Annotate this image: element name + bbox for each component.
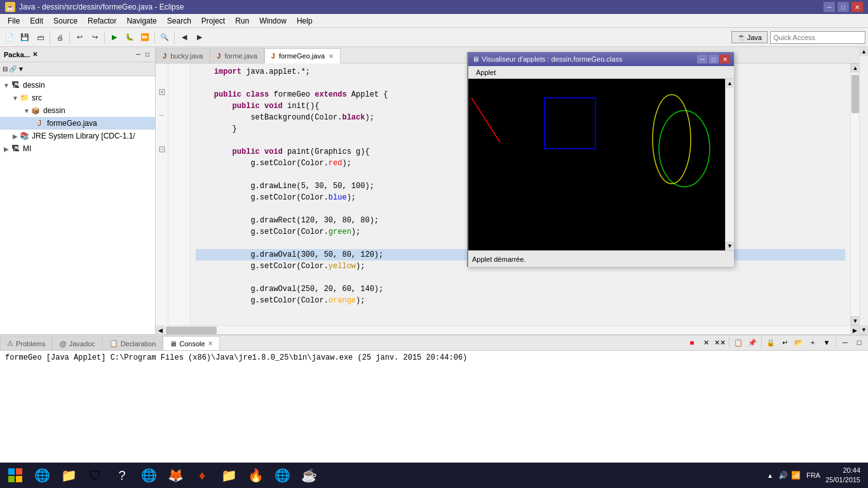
terminate-button[interactable]: ■: [686, 336, 698, 349]
taskbar-firefox[interactable]: 🦊: [163, 464, 188, 487]
tab-javadoc[interactable]: @ Javadoc: [52, 336, 102, 350]
minimize-button[interactable]: ─: [824, 2, 835, 12]
menu-run[interactable]: Run: [230, 15, 254, 27]
quick-access-input[interactable]: [770, 31, 865, 44]
applet-status-bar: Applet démarrée.: [468, 250, 734, 267]
back-button[interactable]: ◀: [177, 30, 191, 44]
tree-item-jre[interactable]: ▶ 📚 JRE System Library [CDC-1.1/: [0, 130, 155, 142]
menu-source[interactable]: Source: [48, 15, 83, 27]
paste-button[interactable]: 📌: [746, 336, 759, 349]
overview-scrollbar[interactable]: ▲ ▼: [859, 47, 868, 334]
display-selected-button[interactable]: ▼: [820, 336, 833, 349]
editor-vscrollbar[interactable]: ▲ ▼: [850, 64, 859, 325]
h-scroll-thumb[interactable]: [166, 327, 217, 334]
tree-item-mi[interactable]: ▶ 🏗 MI: [0, 142, 155, 155]
scroll-up-button[interactable]: ▲: [851, 64, 859, 72]
tab-console-close[interactable]: ✕: [208, 340, 213, 347]
sidebar-link-editor[interactable]: 🔗: [9, 65, 17, 72]
undo-button[interactable]: ↩: [72, 30, 86, 44]
shape-blue-rect: [545, 98, 595, 149]
overview-up[interactable]: ▲: [860, 47, 868, 56]
taskbar-expand[interactable]: ▲: [767, 472, 773, 479]
console-line-1: formeGeo [Java Applet] C:\Program Files …: [5, 353, 863, 362]
run-last-button[interactable]: ⏩: [138, 30, 152, 44]
forward-button[interactable]: ▶: [193, 30, 207, 44]
console-minimize[interactable]: ─: [839, 336, 851, 349]
applet-minimize[interactable]: ─: [697, 55, 707, 64]
maximize-button[interactable]: □: [837, 2, 849, 12]
save-button[interactable]: 💾: [18, 30, 32, 44]
tab-problems[interactable]: ⚠ Problems: [0, 336, 52, 350]
taskbar-diamond[interactable]: ♦: [189, 464, 215, 487]
tab-console[interactable]: 🖥 Console ✕: [163, 336, 219, 350]
scroll-down-button[interactable]: ▼: [851, 316, 859, 325]
taskbar-java[interactable]: ☕: [296, 464, 322, 487]
sidebar-header: Packa... ✕ ─ □: [0, 47, 155, 62]
taskbar-shield[interactable]: 🛡: [83, 464, 108, 487]
tree-item-dessin-pkg[interactable]: ▼ 📦 dessin: [0, 104, 155, 117]
editor-hscrollbar[interactable]: ◀ ▶: [156, 325, 859, 334]
open-console-button[interactable]: 📂: [792, 336, 805, 349]
menu-search[interactable]: Search: [162, 15, 196, 27]
taskbar-globe[interactable]: 🌐: [136, 464, 161, 487]
tree-item-dessin[interactable]: ▼ 🏗 dessin: [0, 79, 155, 92]
run-button[interactable]: ▶: [107, 30, 121, 44]
search-button[interactable]: 🔍: [158, 30, 172, 44]
menu-file[interactable]: File: [3, 15, 25, 27]
copy-button[interactable]: 📋: [732, 336, 745, 349]
tree-item-formegeo[interactable]: J formeGeo.java: [0, 117, 155, 130]
applet-close[interactable]: ✕: [720, 55, 730, 64]
sidebar-collapse-all[interactable]: ⊟: [3, 65, 8, 72]
console-maximize[interactable]: □: [853, 336, 865, 349]
menu-help[interactable]: Help: [292, 15, 318, 27]
tab-declaration[interactable]: 📋 Declaration: [102, 336, 163, 350]
remove-launch-button[interactable]: ✕: [700, 336, 712, 349]
header-close-icon[interactable]: ✕: [32, 51, 37, 58]
print-button[interactable]: 🖨: [53, 30, 67, 44]
overview-down[interactable]: ▼: [860, 325, 868, 334]
taskbar-ie[interactable]: 🌐: [29, 464, 55, 487]
menu-refactor[interactable]: Refactor: [83, 15, 121, 27]
redo-button[interactable]: ↪: [88, 30, 102, 44]
word-wrap-button[interactable]: ↵: [778, 336, 791, 349]
taskbar-folder[interactable]: 📁: [216, 464, 241, 487]
menu-edit[interactable]: Edit: [25, 15, 48, 27]
scroll-lock-button[interactable]: 🔒: [764, 336, 777, 349]
tab-formegeo-close[interactable]: ✕: [329, 53, 334, 60]
scroll-thumb[interactable]: [851, 75, 859, 113]
tree-item-src[interactable]: ▼ 📁 src: [0, 92, 155, 104]
sidebar-maximize[interactable]: □: [144, 50, 151, 58]
tab-formegeo-label: formeGeo.java: [279, 52, 325, 60]
h-scroll-left[interactable]: ◀: [156, 326, 165, 335]
taskbar-clock[interactable]: 20:44 25/01/2015: [825, 466, 860, 485]
java-perspective-button[interactable]: ☕ Java: [731, 31, 768, 43]
clock-date: 25/01/2015: [825, 475, 860, 485]
close-button[interactable]: ✕: [851, 2, 863, 12]
taskbar-network[interactable]: 🌐: [269, 464, 295, 487]
remove-all-button[interactable]: ✕✕: [714, 336, 726, 349]
applet-maximize[interactable]: □: [709, 55, 719, 64]
taskbar-acrobat[interactable]: 🔥: [243, 464, 268, 487]
menu-window[interactable]: Window: [254, 15, 292, 27]
menu-navigate[interactable]: Navigate: [121, 15, 161, 27]
sidebar-minimize[interactable]: ─: [134, 50, 142, 58]
new-console-button[interactable]: +: [806, 336, 819, 349]
tab-javadoc-label: Javadoc: [69, 340, 95, 348]
save-all-button[interactable]: 🗃: [33, 30, 47, 44]
tab-bucky[interactable]: J bucky.java: [156, 48, 210, 63]
tree-label-formegeo: formeGeo.java: [47, 119, 97, 128]
applet-scrollbar[interactable]: ▲ ▼: [725, 79, 734, 250]
applet-scroll-up[interactable]: ▲: [726, 79, 734, 88]
menu-project[interactable]: Project: [196, 15, 230, 27]
taskbar-help[interactable]: ?: [109, 464, 135, 487]
start-button[interactable]: [3, 464, 28, 487]
taskbar-explorer[interactable]: 📁: [56, 464, 81, 487]
sidebar-view-menu[interactable]: ▼: [18, 65, 24, 72]
applet-menu-applet[interactable]: Applet: [471, 67, 501, 78]
tab-forme[interactable]: J forme.java: [210, 48, 264, 63]
new-button[interactable]: 📄: [3, 30, 17, 44]
tab-formegeo[interactable]: J formeGeo.java ✕: [264, 48, 341, 64]
debug-button[interactable]: 🐛: [123, 30, 137, 44]
h-scroll-right[interactable]: ▶: [850, 326, 859, 335]
applet-scroll-down[interactable]: ▼: [726, 241, 734, 250]
